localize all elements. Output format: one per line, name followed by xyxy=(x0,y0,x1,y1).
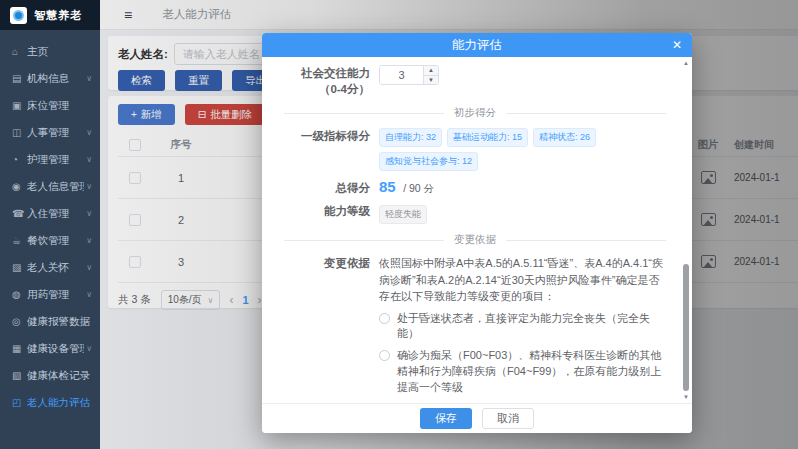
people-icon: ◫ xyxy=(12,127,27,138)
indicator-badge: 基础运动能力: 15 xyxy=(447,128,528,147)
nurse-icon: ◔ xyxy=(12,154,27,165)
sidebar-menu: ⌂主页 ▤机构信息∨ ▣床位管理 ◫人事管理∨ ◔护理管理∨ ◉老人信息管理∨ … xyxy=(0,30,100,416)
sidebar-item-medication-mgmt[interactable]: ◍用药管理∨ xyxy=(0,281,100,308)
person-icon: ◉ xyxy=(12,181,27,192)
sidebar-item-nursing-mgmt[interactable]: ◔护理管理∨ xyxy=(0,146,100,173)
chevron-down-icon: ∨ xyxy=(86,236,92,245)
total-score-value: 85 xyxy=(379,178,396,195)
save-button[interactable]: 保存 xyxy=(420,408,472,429)
chevron-down-icon: ∨ xyxy=(86,74,92,83)
total-score-label: 总得分 xyxy=(284,180,370,196)
assessment-icon: ◰ xyxy=(12,397,27,408)
chevron-down-icon: ∨ xyxy=(86,263,92,272)
indicator-badges: 自理能力: 32 基础运动能力: 15 精神状态: 26 感知觉与社会参与: 1… xyxy=(379,128,666,171)
pill-icon: ◍ xyxy=(12,289,27,300)
sidebar-item-health-device-mgmt[interactable]: ▦健康设备管理∨ xyxy=(0,335,100,362)
radio-icon[interactable] xyxy=(379,313,390,324)
indicator-badge: 精神状态: 26 xyxy=(533,128,596,147)
home-icon: ⌂ xyxy=(12,46,27,57)
sidebar-item-health-exam-records[interactable]: ▧健康体检记录 xyxy=(0,362,100,389)
sidebar-item-health-alarm-data[interactable]: ◎健康报警数据 xyxy=(0,308,100,335)
social-score-stepper: ▲ ▼ xyxy=(379,65,439,85)
change-option[interactable]: 处于昏迷状态者，直接评定为能力完全丧失（完全失能） xyxy=(379,311,666,343)
change-basis-description: 依照国标中附录A中表A.5的A.5.11“昏迷”、表A.4的A.4.1“疾病诊断… xyxy=(379,255,666,305)
close-icon[interactable]: ✕ xyxy=(672,33,682,57)
alert-icon: ◎ xyxy=(12,316,27,327)
divider-preliminary-score: 初步得分 xyxy=(284,106,666,120)
sidebar-item-elder-info-mgmt[interactable]: ◉老人信息管理∨ xyxy=(0,173,100,200)
scroll-up-icon[interactable]: ▲ xyxy=(681,59,691,67)
social-ability-label: 社会交往能力（0-4分） xyxy=(284,65,370,97)
chevron-down-icon: ∨ xyxy=(86,182,92,191)
modal-title: 能力评估 xyxy=(452,37,502,54)
sidebar-item-org-info[interactable]: ▤机构信息∨ xyxy=(0,65,100,92)
social-score-input[interactable] xyxy=(380,66,423,84)
scroll-down-icon[interactable]: ▼ xyxy=(681,393,691,401)
chevron-down-icon: ∨ xyxy=(86,344,92,353)
logo-icon xyxy=(10,7,27,24)
chevron-down-icon: ∨ xyxy=(86,290,92,299)
chevron-down-icon: ∨ xyxy=(86,128,92,137)
sidebar: 智慧养老 ⌂主页 ▤机构信息∨ ▣床位管理 ◫人事管理∨ ◔护理管理∨ ◉老人信… xyxy=(0,0,100,449)
chevron-down-icon: ∨ xyxy=(86,155,92,164)
ability-assessment-modal: 能力评估 ✕ 社会交往能力（0-4分） ▲ ▼ 初步得分 一级指标得分 自理能力 xyxy=(262,33,692,433)
radio-icon[interactable] xyxy=(379,350,390,361)
bed-icon: ▣ xyxy=(12,100,27,111)
sidebar-item-elder-ability-assessment[interactable]: ◰老人能力评估 xyxy=(0,389,100,416)
modal-footer: 保存 取消 xyxy=(262,403,692,433)
logo: 智慧养老 xyxy=(0,0,100,30)
divider-change-basis: 变更依据 xyxy=(284,233,666,247)
cancel-button[interactable]: 取消 xyxy=(482,408,534,429)
ability-level-label: 能力等级 xyxy=(284,203,370,224)
modal-header: 能力评估 ✕ xyxy=(262,33,692,57)
sidebar-item-checkin-mgmt[interactable]: ☎入住管理∨ xyxy=(0,200,100,227)
change-option[interactable]: 确诊为痴呆（F00~F03）、精神科专科医生诊断的其他精神和行为障碍疾病（F04… xyxy=(379,348,666,396)
total-score-suffix: / 90 分 xyxy=(403,182,434,194)
stepper-up-icon[interactable]: ▲ xyxy=(424,66,438,76)
sidebar-item-hr-mgmt[interactable]: ◫人事管理∨ xyxy=(0,119,100,146)
indicator-badge: 自理能力: 32 xyxy=(379,128,442,147)
modal-scrollbar[interactable]: ▲ ▼ xyxy=(681,59,691,401)
sidebar-item-bed-mgmt[interactable]: ▣床位管理 xyxy=(0,92,100,119)
phone-icon: ☎ xyxy=(12,208,27,219)
scrollbar-thumb[interactable] xyxy=(683,264,689,391)
chevron-down-icon: ∨ xyxy=(86,209,92,218)
sidebar-item-elder-care[interactable]: ▨老人关怀∨ xyxy=(0,254,100,281)
building-icon: ▤ xyxy=(12,73,27,84)
device-icon: ▦ xyxy=(12,343,27,354)
indicator-score-label: 一级指标得分 xyxy=(284,128,370,171)
indicator-badge: 感知觉与社会参与: 12 xyxy=(379,152,478,171)
modal-body: 社会交往能力（0-4分） ▲ ▼ 初步得分 一级指标得分 自理能力: 32 基础… xyxy=(262,57,692,403)
app-title: 智慧养老 xyxy=(34,8,82,23)
change-basis-label: 变更依据 xyxy=(284,255,370,403)
ability-level-badge: 轻度失能 xyxy=(379,205,427,224)
record-icon: ▧ xyxy=(12,370,27,381)
stepper-down-icon[interactable]: ▼ xyxy=(424,76,438,85)
picture-icon: ▨ xyxy=(12,262,27,273)
cup-icon: ☕ xyxy=(12,235,27,246)
sidebar-item-home[interactable]: ⌂主页 xyxy=(0,38,100,65)
sidebar-item-catering-mgmt[interactable]: ☕餐饮管理∨ xyxy=(0,227,100,254)
